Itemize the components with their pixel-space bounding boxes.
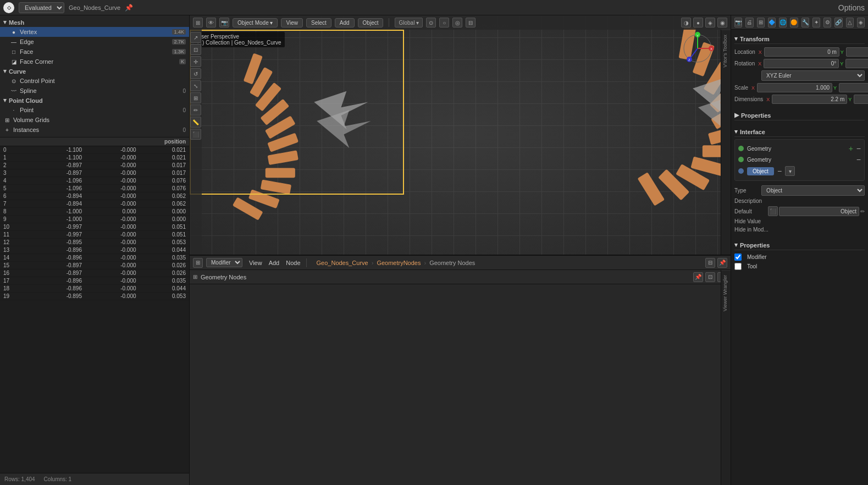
scene-icon[interactable]: 🔷 bbox=[768, 18, 776, 27]
view-layer-icon[interactable]: ⊞ bbox=[757, 18, 765, 27]
particles-icon[interactable]: ✦ bbox=[812, 18, 820, 27]
geo-add-btn-1[interactable]: + bbox=[849, 144, 853, 153]
breadcrumb-sep1: › bbox=[372, 260, 374, 266]
obj-icon[interactable]: 🟠 bbox=[790, 18, 798, 27]
face-item[interactable]: □ Face 1.3K bbox=[0, 47, 189, 57]
default-edit-icon[interactable]: ✏ bbox=[860, 208, 865, 214]
geo-remove-btn-2[interactable]: − bbox=[856, 155, 861, 164]
geo-max-btn[interactable]: ⊡ bbox=[705, 272, 715, 282]
point-item[interactable]: · Point 0 bbox=[0, 105, 189, 115]
tool-checkbox[interactable] bbox=[734, 263, 742, 270]
loc-x-label: X bbox=[759, 49, 763, 55]
row-index: 7 bbox=[0, 200, 31, 208]
viewport[interactable]: ⊞ 👁 📷 Object Mode ▾ View Select Add Obje… bbox=[190, 15, 731, 255]
view-btn[interactable]: View bbox=[281, 18, 303, 27]
object-mode-btn[interactable]: Object Mode ▾ bbox=[233, 18, 278, 27]
overlay-icon[interactable]: ◎ bbox=[452, 18, 462, 27]
default-input[interactable] bbox=[779, 207, 859, 216]
dim-y-input[interactable] bbox=[854, 95, 868, 104]
spline-item[interactable]: 〰 Spline 0 bbox=[0, 86, 189, 96]
curve-header[interactable]: ▾ Curve bbox=[0, 67, 189, 76]
euler-dropdown[interactable]: XYZ Euler bbox=[761, 70, 865, 81]
rotation-x-input[interactable] bbox=[764, 59, 839, 68]
viewport-mat-icon[interactable]: ◈ bbox=[705, 18, 715, 27]
geo-remove-btn-1[interactable]: − bbox=[856, 144, 861, 153]
modifier-icon[interactable]: 🔧 bbox=[801, 18, 809, 27]
transform-tool[interactable]: ⊞ bbox=[190, 92, 201, 103]
cursor-tool[interactable]: ↗ bbox=[190, 32, 201, 43]
physics-icon[interactable]: ⚙ bbox=[823, 18, 831, 27]
properties-collapse[interactable]: ▶ Properties bbox=[734, 109, 865, 120]
instances-item[interactable]: + Instances 0 bbox=[0, 125, 189, 135]
viewport-render-icon[interactable]: ◉ bbox=[717, 18, 727, 27]
snap-icon[interactable]: ⊙ bbox=[426, 18, 436, 27]
mesh-header[interactable]: ▾ Mesh bbox=[0, 18, 189, 27]
select-box-tool[interactable]: ⊡ bbox=[190, 44, 201, 55]
add-cube-tool[interactable]: ⬛ bbox=[190, 129, 201, 140]
location-y-input[interactable] bbox=[846, 47, 868, 57]
properties-section-header[interactable]: ▾ Properties bbox=[734, 239, 865, 250]
location-x-input[interactable] bbox=[764, 47, 839, 57]
mode-dropdown[interactable]: Evaluated bbox=[19, 2, 64, 13]
pc-expand-icon: ▾ bbox=[3, 97, 7, 104]
breadcrumb-nodegroup[interactable]: Geometry Nodes bbox=[429, 260, 475, 266]
obj-remove-btn[interactable]: − bbox=[777, 167, 782, 175]
annotate-tool[interactable]: ✏ bbox=[190, 104, 201, 115]
default-icon[interactable]: ⬛ bbox=[768, 206, 778, 216]
scale-x-input[interactable] bbox=[757, 83, 832, 92]
interface-section-header[interactable]: ▾ Interface bbox=[734, 126, 865, 137]
row-z: 0.062 bbox=[140, 192, 189, 200]
point-cloud-header[interactable]: ▾ Point Cloud bbox=[0, 96, 189, 105]
object-btn[interactable]: Object bbox=[358, 18, 384, 27]
curve-expand-icon: ▾ bbox=[3, 68, 7, 75]
volume-grids-item[interactable]: ⊞ Volume Grids bbox=[0, 115, 189, 125]
viewport-shade-icon[interactable]: ◑ bbox=[681, 18, 691, 27]
obj-active-btn[interactable]: Object bbox=[747, 167, 774, 175]
camera-icon[interactable]: 📷 bbox=[219, 18, 229, 27]
col-position[interactable]: position bbox=[31, 137, 189, 146]
geo-pin-btn[interactable]: 📌 bbox=[693, 272, 703, 282]
add-btn[interactable]: Add bbox=[335, 18, 355, 27]
material-icon[interactable]: ◈ bbox=[857, 18, 865, 27]
xray-icon[interactable]: ⊟ bbox=[466, 18, 476, 27]
view-icon[interactable]: 👁 bbox=[206, 18, 216, 27]
move-tool[interactable]: ✛ bbox=[190, 56, 201, 67]
vtab-toolbox[interactable]: V'itor's Toolbox bbox=[721, 30, 731, 72]
face-corner-item[interactable]: ◪ Face Corner K bbox=[0, 57, 189, 67]
modifier-checkbox[interactable] bbox=[734, 253, 742, 261]
constraints-icon[interactable]: 🔗 bbox=[834, 18, 842, 27]
viewport-icon[interactable]: ⊞ bbox=[193, 18, 203, 27]
control-point-item[interactable]: ⊙ Control Point bbox=[0, 76, 189, 86]
rotate-tool[interactable]: ↺ bbox=[190, 68, 201, 79]
scale-y-input[interactable] bbox=[839, 83, 868, 92]
node-menu[interactable]: Node bbox=[286, 260, 300, 266]
obj-expand-icon[interactable]: ▾ bbox=[785, 166, 795, 176]
type-dropdown[interactable]: Object bbox=[761, 185, 865, 196]
slot-icon[interactable]: ⊟ bbox=[705, 258, 715, 268]
scale-tool[interactable]: ⤡ bbox=[190, 80, 201, 91]
vtab-viewer-wrangler[interactable]: Viewer Wrangler bbox=[721, 270, 731, 316]
world-icon[interactable]: 🌐 bbox=[779, 18, 787, 27]
table-row: 1 -1.100 -0.000 0.021 bbox=[0, 154, 189, 162]
pin-icon[interactable]: 📌 bbox=[717, 258, 727, 268]
viewport-solid-icon[interactable]: ● bbox=[693, 18, 703, 27]
transform-section-header[interactable]: ▾ Transform bbox=[734, 33, 865, 44]
breadcrumb-modifier[interactable]: GeometryNodes bbox=[377, 260, 421, 266]
render-icon[interactable]: 📷 bbox=[734, 18, 742, 27]
modifier-dropdown[interactable]: Modifier bbox=[206, 258, 242, 267]
edge-item[interactable]: — Edge 2.7K bbox=[0, 37, 189, 47]
hide-value-label: Hide Value bbox=[734, 218, 761, 224]
dim-x-input[interactable] bbox=[772, 95, 847, 104]
rotation-y-input[interactable] bbox=[845, 59, 868, 68]
vertex-item[interactable]: ● Vertex 1.4K bbox=[0, 27, 189, 37]
breadcrumb-object[interactable]: Geo_Nodes_Curve bbox=[317, 260, 368, 266]
add-menu[interactable]: Add bbox=[269, 260, 280, 266]
output-icon[interactable]: 🖨 bbox=[745, 18, 753, 27]
view-menu[interactable]: View bbox=[249, 260, 262, 266]
global-orient-btn[interactable]: Global ▾ bbox=[395, 18, 423, 27]
prop-edit-icon[interactable]: ○ bbox=[439, 18, 449, 27]
measure-tool[interactable]: 📏 bbox=[190, 117, 201, 128]
select-btn[interactable]: Select bbox=[306, 18, 331, 27]
data-icon[interactable]: △ bbox=[846, 18, 854, 27]
node-editor-icon[interactable]: ⊞ bbox=[193, 258, 203, 268]
